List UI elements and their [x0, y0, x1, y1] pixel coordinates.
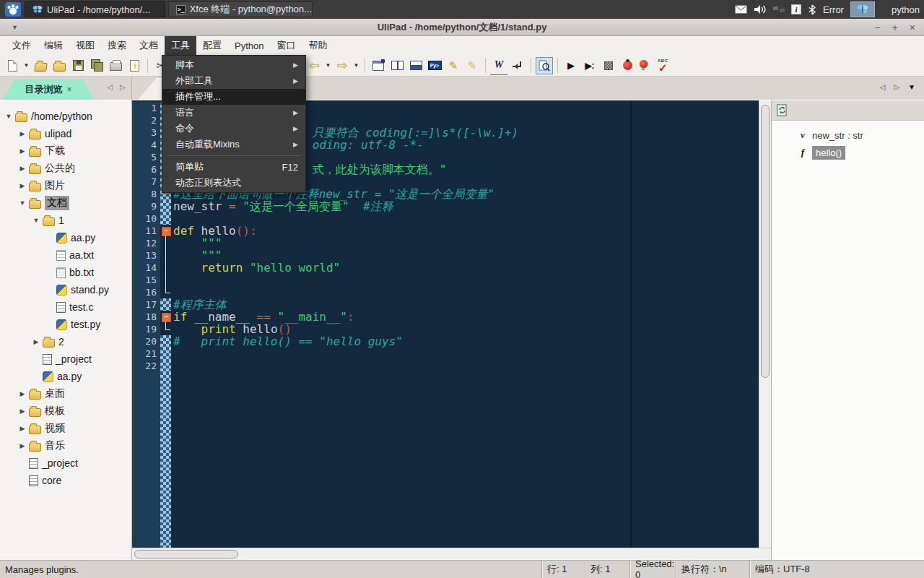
close-button[interactable]: × — [910, 22, 915, 33]
expander-icon[interactable]: ▶ — [18, 425, 27, 432]
expander-icon[interactable]: ▼ — [32, 217, 40, 224]
menu-item-动态正则表达式[interactable]: 动态正则表达式 — [162, 175, 305, 191]
workspace-label[interactable]: python — [892, 4, 920, 15]
document-properties-icon[interactable] — [370, 56, 387, 75]
code-line[interactable]: 9new_str = "这是一个全局变量" #注释 — [132, 200, 759, 212]
tree-item-test.c[interactable]: test.c — [0, 298, 131, 316]
window-titlebar[interactable]: ▼ UliPad - /home/python/文档/1/stand.py − … — [0, 19, 924, 36]
print-icon[interactable] — [107, 56, 124, 75]
document-refresh-icon[interactable] — [776, 103, 788, 117]
menu-item[interactable]: 配置 — [196, 36, 228, 55]
code-line[interactable]: 14 return "hello world" — [132, 262, 759, 274]
sidebar-tabs-scroll-left-icon[interactable]: ◁ — [108, 83, 113, 91]
expander-icon[interactable]: ▼ — [4, 113, 13, 120]
split-horizontal-icon[interactable] — [407, 56, 424, 75]
split-vertical-icon[interactable] — [388, 56, 406, 75]
menu-item[interactable]: 帮助 — [302, 36, 334, 55]
info-icon[interactable]: i — [791, 4, 801, 14]
minimize-button[interactable]: − — [874, 22, 880, 33]
horizontal-scrollbar-thumb[interactable] — [134, 550, 238, 558]
taskbar-window-button[interactable]: >_Xfce 终端 - python@python... — [168, 1, 313, 17]
open-file-icon[interactable] — [32, 56, 49, 75]
fold-marker-icon[interactable] — [160, 225, 171, 237]
tree-item-桌面[interactable]: ▶桌面 — [0, 385, 131, 402]
menu-item[interactable]: 编辑 — [38, 36, 69, 55]
tree-item-bb.txt[interactable]: bb.txt — [0, 264, 131, 281]
expander-icon[interactable]: ▶ — [18, 165, 27, 172]
tree-item-音乐[interactable]: ▶音乐 — [0, 437, 131, 454]
expander-icon[interactable]: ▶ — [18, 182, 27, 189]
vertical-scrollbar-thumb[interactable] — [761, 105, 770, 378]
doc-tabs-list-icon[interactable]: ▼ — [908, 83, 915, 91]
expander-icon[interactable]: ▶ — [18, 390, 27, 397]
sidebar-tabs-scroll-right-icon[interactable]: ▷ — [120, 83, 126, 91]
tree-item-2[interactable]: ▶2 — [0, 333, 131, 350]
tree-item-_project[interactable]: _project — [0, 350, 131, 368]
fold-marker-icon[interactable] — [160, 311, 171, 323]
menu-item[interactable]: 视图 — [69, 36, 101, 55]
menu-item-语言[interactable]: 语言▶ — [162, 105, 305, 121]
tree-item-test.py[interactable]: test.py — [0, 316, 131, 333]
auto-indent-icon[interactable] — [509, 56, 526, 75]
mail-icon[interactable] — [735, 5, 747, 14]
code-line[interactable]: 13 """ — [132, 249, 759, 262]
expander-icon[interactable]: ▶ — [18, 407, 27, 415]
expander-icon[interactable]: ▶ — [18, 442, 27, 449]
symbol-row-v[interactable]: vnew_str : str — [772, 126, 924, 144]
tree-item-1[interactable]: ▼1 — [0, 212, 131, 229]
maximize-button[interactable]: + — [892, 22, 898, 33]
menu-item[interactable]: 文档 — [133, 36, 165, 55]
code-line[interactable]: 20# print hello() == "hello guys" — [132, 335, 759, 348]
new-dropdown-icon[interactable]: ▼ — [22, 56, 30, 75]
open-folder-icon[interactable] — [51, 56, 68, 75]
save-all-icon[interactable] — [88, 56, 105, 75]
tree-item-aa.py[interactable]: aa.py — [0, 229, 131, 246]
tree-item-视频[interactable]: ▶视频 — [0, 420, 131, 437]
edit-pencil-alt-icon[interactable]: ✎ — [463, 56, 481, 75]
menu-item-插件管理...[interactable]: 插件管理... — [162, 89, 305, 105]
find-in-files-icon[interactable] — [536, 56, 553, 75]
network-icon[interactable] — [773, 5, 785, 14]
volume-icon[interactable] — [754, 4, 767, 14]
menu-item-脚本[interactable]: 脚本▶ — [162, 57, 305, 73]
edit-pencil-icon[interactable]: ✎ — [445, 56, 462, 75]
expander-icon[interactable]: ▼ — [18, 199, 27, 207]
code-line[interactable]: 12 """ — [132, 237, 759, 249]
menu-item[interactable]: 文件 — [6, 36, 38, 55]
code-line[interactable]: 19 print hello() — [132, 323, 759, 335]
tree-item-stand.py[interactable]: stand.py — [0, 281, 131, 298]
menu-item[interactable]: Python — [228, 36, 270, 55]
tree-item-公共的[interactable]: ▶公共的 — [0, 160, 131, 177]
taskbar-window-button[interactable]: UliPad - /home/python/... — [25, 1, 165, 17]
menu-tools-active[interactable]: 工具 — [165, 36, 196, 55]
run-script-icon[interactable] — [126, 56, 143, 75]
menu-item[interactable]: 窗口 — [270, 36, 302, 55]
run-with-arguments-icon[interactable]: ▶: — [581, 56, 598, 75]
menu-item-命令[interactable]: 命令▶ — [162, 121, 305, 137]
tree-item-下载[interactable]: ▶下载 — [0, 142, 131, 160]
tree-item-aa.txt[interactable]: aa.txt — [0, 246, 131, 264]
code-line[interactable]: 11def hello(): — [132, 225, 759, 237]
code-line[interactable]: 15 — [132, 274, 759, 286]
forward-dropdown-icon[interactable]: ▼ — [352, 56, 360, 75]
python-shell-icon[interactable]: Py> — [426, 56, 443, 75]
tree-item-图片[interactable]: ▶图片 — [0, 177, 131, 194]
tab-close-icon[interactable]: × — [66, 85, 71, 95]
back-icon[interactable]: ⇦ — [305, 56, 323, 75]
code-line[interactable]: 17#程序主体 — [132, 298, 759, 311]
save-icon[interactable] — [69, 56, 87, 75]
bluetooth-icon[interactable] — [808, 4, 816, 15]
code-line[interactable]: 10 — [132, 212, 759, 225]
spell-check-icon[interactable]: ABC✓ — [656, 59, 674, 73]
ulipad-tray-button[interactable] — [850, 1, 875, 17]
tree-item-core[interactable]: core — [0, 472, 131, 489]
run-icon[interactable]: ▶ — [562, 56, 580, 75]
new-document-icon[interactable] — [4, 56, 21, 75]
doc-tabs-scroll-right-icon[interactable]: ▷ — [894, 83, 899, 91]
expander-icon[interactable]: ▶ — [18, 147, 27, 155]
stop-icon[interactable] — [600, 56, 617, 75]
back-dropdown-icon[interactable]: ▼ — [324, 56, 332, 75]
debug-icon[interactable] — [619, 56, 636, 75]
code-line[interactable]: 22 — [132, 360, 759, 372]
tree-item-模板[interactable]: ▶模板 — [0, 402, 131, 420]
